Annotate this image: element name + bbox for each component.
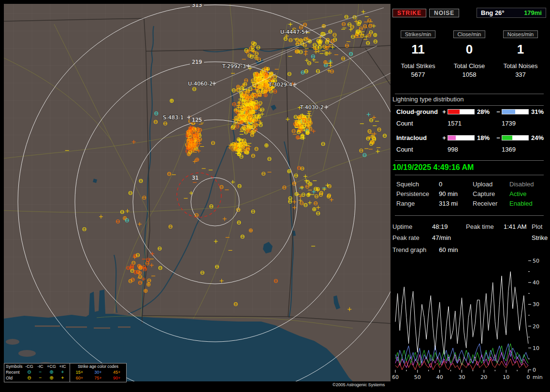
total-strikes-value: 5677 bbox=[401, 71, 435, 78]
legend-col-pos-ic: +IC bbox=[57, 364, 68, 369]
age-code-30: 30+ bbox=[89, 370, 108, 375]
app-window: U-4447-5T-2992-3U-4060-2T-3029-4T-4030-2… bbox=[0, 0, 550, 392]
trend-graph-label: Trend graph bbox=[392, 246, 426, 253]
svg-text:T-3029-4: T-3029-4 bbox=[268, 82, 292, 88]
legend-symbols-header: Symbols bbox=[5, 364, 24, 369]
total-close-value: 1058 bbox=[454, 71, 485, 78]
age-code-15: 15+ bbox=[70, 370, 89, 375]
legend-col-pos-cg: +CG bbox=[46, 364, 57, 369]
status-panel: STRIKE NOISE Bng 26° 179mi Strikes/min C… bbox=[392, 4, 546, 388]
svg-text:40: 40 bbox=[533, 280, 539, 286]
noise-indicator-button[interactable]: NOISE bbox=[429, 9, 459, 17]
legend-row-recent-label: Recent bbox=[5, 370, 24, 375]
pos-cg-symbol-icon: ⊕ bbox=[46, 376, 57, 380]
capture-label: Capture bbox=[473, 189, 509, 199]
ic-plus-pct: 18% bbox=[475, 134, 495, 141]
svg-text:U-4447-5: U-4447-5 bbox=[280, 29, 305, 35]
legend-age-header: Strike age color codes bbox=[70, 364, 126, 369]
svg-text:10: 10 bbox=[533, 345, 539, 351]
squelch-label: Squelch bbox=[396, 180, 439, 189]
intracloud-label: Intracloud bbox=[396, 134, 441, 141]
svg-text:40: 40 bbox=[436, 374, 443, 380]
ic-minus-pct: 24% bbox=[529, 134, 544, 141]
pos-ic-symbol-icon: + bbox=[57, 370, 68, 375]
svg-text:219: 219 bbox=[192, 59, 202, 65]
status-grid: Squelch 0 Upload Disabled Persistence 90… bbox=[396, 180, 544, 209]
svg-text:T-4030-2: T-4030-2 bbox=[300, 104, 324, 111]
totals-row: Total Strikes 5677 Total Close 1058 Tota… bbox=[392, 62, 546, 78]
neg-ic-symbol-icon: − bbox=[35, 370, 46, 375]
persistence-label: Persistence bbox=[396, 189, 439, 199]
plus-sign: + bbox=[441, 108, 448, 115]
stats-grid: Uptime 48:19 Peak time 1:41 AM Plot Peak… bbox=[392, 221, 546, 243]
legend-col-neg-ic: -IC bbox=[35, 364, 46, 369]
trend-header: Trend graph 60 min bbox=[392, 246, 546, 253]
svg-text:50: 50 bbox=[533, 258, 539, 264]
ic-plus-count: 998 bbox=[448, 146, 475, 153]
total-close-label: Total Close bbox=[454, 62, 485, 70]
svg-text:0: 0 bbox=[527, 374, 530, 380]
pos-ic-symbol-icon: + bbox=[57, 376, 68, 380]
age-code-45: 45+ bbox=[107, 370, 126, 375]
svg-text:125: 125 bbox=[192, 117, 202, 123]
svg-text:T-2992-3: T-2992-3 bbox=[222, 63, 246, 70]
svg-text:20: 20 bbox=[533, 323, 539, 330]
age-code-60: 60+ bbox=[70, 376, 89, 380]
neg-cg-symbol-icon: ⊖ bbox=[24, 376, 35, 380]
close-per-min-button[interactable]: Close/min bbox=[453, 30, 486, 38]
total-noises: Total Noises 337 bbox=[504, 62, 538, 78]
datetime-display: 10/19/2025 4:49:16 AM bbox=[392, 163, 546, 172]
distribution-title: Lightning type distribution bbox=[392, 96, 546, 103]
total-noises-label: Total Noises bbox=[504, 62, 538, 70]
rate-values-row: 11 0 1 bbox=[392, 42, 546, 57]
uptime-label: Uptime bbox=[392, 221, 432, 232]
range-label: Range bbox=[396, 199, 439, 209]
divider bbox=[395, 105, 544, 106]
svg-text:313: 313 bbox=[192, 4, 202, 8]
persistence-value: 90 min bbox=[439, 189, 473, 199]
ic-minus-count: 1369 bbox=[502, 146, 529, 153]
peak-rate-label: Peak rate bbox=[392, 232, 432, 243]
cg-minus-count: 1739 bbox=[502, 120, 529, 127]
svg-text:min: min bbox=[533, 374, 543, 380]
age-code-90: 90+ bbox=[107, 376, 126, 380]
cloud-ground-count-row: Count 1571 1739 bbox=[396, 120, 544, 127]
divider bbox=[395, 94, 544, 94]
svg-text:30: 30 bbox=[533, 301, 539, 308]
trend-graph-chart: 010203040506050403020100min bbox=[392, 257, 546, 386]
legend-age-table: Strike age color codes 15+ 30+ 45+ 60+ 7… bbox=[70, 364, 126, 382]
peak-time-label: Peak time bbox=[466, 221, 504, 232]
neg-cg-symbol-icon: ⊖ bbox=[24, 370, 35, 375]
divider bbox=[395, 175, 544, 175]
cg-plus-count: 1571 bbox=[448, 120, 475, 127]
capture-value: Active bbox=[509, 189, 544, 199]
legend-row-old-label: Old bbox=[5, 376, 24, 380]
svg-text:31: 31 bbox=[192, 175, 199, 181]
divider bbox=[395, 215, 544, 216]
bearing-value: Bng 26° bbox=[481, 9, 505, 16]
intracloud-count-row: Count 998 1369 bbox=[396, 146, 544, 153]
pos-cg-symbol-icon: ⊕ bbox=[46, 370, 57, 375]
cg-plus-pct: 28% bbox=[475, 108, 495, 115]
peak-rate-value: 47/min bbox=[432, 232, 466, 243]
plot-label: Plot bbox=[532, 221, 548, 232]
map-canvas[interactable]: U-4447-5T-2992-3U-4060-2T-3029-4T-4030-2… bbox=[4, 4, 391, 381]
lightning-map[interactable]: U-4447-5T-2992-3U-4060-2T-3029-4T-4030-2… bbox=[4, 4, 391, 381]
strike-indicator-button[interactable]: STRIKE bbox=[392, 9, 426, 17]
noises-per-min-value: 1 bbox=[517, 42, 524, 57]
svg-text:0: 0 bbox=[533, 367, 536, 373]
total-strikes-label: Total Strikes bbox=[401, 62, 435, 70]
bearing-distance-readout: Bng 26° 179mi bbox=[477, 8, 546, 18]
count-label: Count bbox=[396, 146, 441, 153]
indicator-row: STRIKE NOISE Bng 26° 179mi bbox=[392, 8, 546, 18]
cloud-ground-row: Cloud-ground + 28% − 31% bbox=[396, 108, 544, 115]
strikes-per-min-button[interactable]: Strikes/min bbox=[401, 30, 435, 38]
svg-text:50: 50 bbox=[414, 374, 421, 380]
svg-text:10: 10 bbox=[503, 374, 509, 380]
receiver-value: Enabled bbox=[509, 199, 544, 209]
total-close: Total Close 1058 bbox=[454, 62, 485, 78]
noises-per-min-button[interactable]: Noises/min bbox=[503, 30, 538, 38]
total-strikes: Total Strikes 5677 bbox=[401, 62, 435, 78]
plot-value: Strike bbox=[532, 232, 548, 243]
count-label: Count bbox=[396, 120, 441, 127]
